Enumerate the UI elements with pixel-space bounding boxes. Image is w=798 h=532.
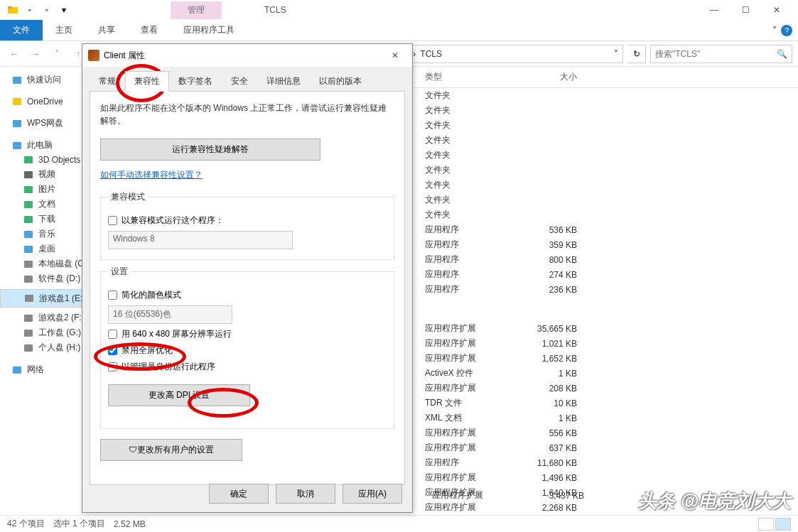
file-type: 应用程序 [419,239,505,251]
status-bar: 42 个项目 选中 1 个项目 2.52 MB [0,515,798,532]
compat-help-link[interactable]: 如何手动选择兼容性设置？ [100,169,203,181]
search-input[interactable] [655,49,777,59]
video-icon [23,169,34,180]
ok-button[interactable]: 确定 [209,484,269,504]
cloud-icon [11,96,23,107]
maximize-button[interactable]: ☐ [730,0,761,20]
cancel-button[interactable]: 取消 [276,484,335,504]
sidebar-label: OneDrive [27,97,63,107]
file-size: 1,496 KB [505,473,583,483]
col-size[interactable]: 大小 [505,70,583,85]
file-type: ActiveX 控件 [419,367,505,379]
ribbon-home-tab[interactable]: 主页 [43,20,85,40]
minimize-button[interactable]: — [699,0,730,20]
tab-security[interactable]: 安全 [222,71,257,92]
file-type: 文件夹 [419,179,505,191]
cloud-icon [11,118,23,129]
color-depth-select[interactable]: 16 位(65536)色 [108,305,232,324]
download-icon [23,214,34,225]
resolution-input[interactable] [108,330,117,339]
tab-signatures[interactable]: 数字签名 [169,71,222,92]
file-type: 应用程序扩展 [426,489,512,501]
sidebar-label: 游戏盘2 (F:) [38,312,85,324]
ribbon-apptools-tab[interactable]: 应用程序工具 [171,20,247,40]
status-item-count: 42 个项目 [7,518,45,530]
ribbon: 文件 主页 共享 查看 应用程序工具 ˅ ? [0,20,798,41]
compat-mode-check-input[interactable] [108,216,117,225]
qat-item[interactable]: ▫ [23,3,37,17]
pc-icon [11,140,23,151]
qat-dropdown[interactable]: ▾ [57,3,71,17]
dialog-titlebar: Client 属性 ✕ [82,44,412,67]
col-type[interactable]: 类型 [419,70,505,85]
dpi-settings-button[interactable]: 更改高 DPI 设置 [108,384,250,406]
run-as-admin-label: 以管理员身份运行此程序 [122,361,215,373]
svg-rect-8 [24,186,33,193]
run-as-admin-checkbox[interactable]: 以管理员身份运行此程序 [108,361,387,373]
back-button[interactable]: ← [6,45,23,63]
recent-dropdown[interactable]: ˅ [48,45,65,63]
close-button[interactable]: ✕ [761,0,792,20]
sidebar-label: 网络 [27,364,44,376]
sidebar-label: 视频 [38,168,55,180]
reduced-color-input[interactable] [108,291,117,300]
change-all-users-button[interactable]: 🛡更改所有用户的设置 [100,439,242,461]
tab-details[interactable]: 详细信息 [257,71,310,92]
file-size: 11,680 KB [505,458,583,468]
drive-icon [23,273,34,285]
tab-previous-versions[interactable]: 以前的版本 [310,71,371,92]
run-as-admin-input[interactable] [108,362,117,371]
svg-rect-10 [24,216,33,223]
refresh-button[interactable]: ↻ [627,45,646,63]
apply-button[interactable]: 应用(A) [343,484,402,504]
file-type: 应用程序扩展 [419,472,505,484]
help-icon[interactable]: ? [781,25,792,36]
manage-context-tab[interactable]: 管理 [171,1,222,19]
drive-icon [23,313,34,324]
svg-rect-4 [13,120,21,127]
disable-fullscreen-checkbox[interactable]: 禁用全屏优化 [108,344,387,357]
view-large-icon[interactable] [775,518,791,531]
drive-icon [23,327,34,339]
file-size: 1 KB [505,369,583,379]
search-icon[interactable]: 🔍 [777,49,787,59]
file-type: 应用程序 [419,457,505,469]
svg-rect-12 [24,246,33,253]
shield-icon: 🛡 [129,445,137,455]
sidebar-label: 文档 [38,198,55,210]
ribbon-share-tab[interactable]: 共享 [85,20,128,40]
file-type: 应用程序扩展 [419,322,505,335]
ribbon-expand-icon[interactable]: ˅ [772,26,777,36]
reduced-color-checkbox[interactable]: 简化的颜色模式 [108,289,387,301]
disable-fullscreen-input[interactable] [108,346,117,355]
svg-rect-14 [24,276,33,283]
compat-mode-checkbox[interactable]: 以兼容模式运行这个程序： [108,215,387,227]
breadcrumb-item[interactable]: TCLS [420,49,442,59]
file-size: 1 KB [505,413,583,423]
tab-general[interactable]: 常规 [90,71,125,92]
settings-group: 设置 简化的颜色模式 16 位(65536)色 用 640 x 480 屏幕分辨… [100,266,394,429]
forward-button[interactable]: → [27,45,44,63]
svg-rect-6 [24,156,33,163]
search-box[interactable]: 🔍 [650,45,792,63]
dialog-close-button[interactable]: ✕ [384,45,406,65]
file-type: 应用程序扩展 [419,352,505,364]
svg-rect-3 [13,98,21,105]
address-dropdown-icon[interactable]: ˅ [614,49,618,59]
doc-icon [23,199,34,210]
file-size: 208 KB [505,384,583,393]
drive-icon [23,342,34,354]
file-size: 556 KB [505,428,583,438]
view-details-icon[interactable] [758,518,774,531]
sidebar-label: 个人盘 (H:) [38,342,80,354]
qat-item[interactable]: ▫ [40,3,54,17]
svg-rect-9 [24,201,33,208]
compat-mode-group: 兼容模式 以兼容模式运行这个程序： Windows 8 [100,191,394,260]
compat-os-select[interactable]: Windows 8 [108,231,293,249]
ribbon-view-tab[interactable]: 查看 [128,20,171,40]
tab-compatibility[interactable]: 兼容性 [125,71,169,92]
file-size: 274 KB [505,270,583,280]
ribbon-file-tab[interactable]: 文件 [0,20,43,40]
resolution-checkbox[interactable]: 用 640 x 480 屏幕分辨率运行 [108,328,387,340]
troubleshoot-button[interactable]: 运行兼容性疑难解答 [100,139,320,161]
